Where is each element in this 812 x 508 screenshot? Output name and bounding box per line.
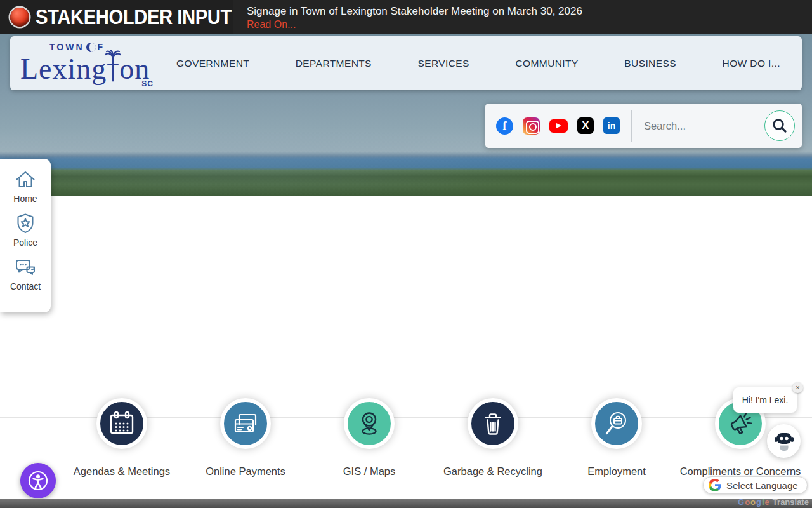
nav-item-community[interactable]: COMMUNITY	[511, 51, 582, 76]
feature-employment[interactable]: Employment	[550, 398, 683, 478]
feature-label: GIS / Maps	[343, 465, 396, 478]
bottom-strip	[0, 499, 812, 508]
google-letter: G	[738, 497, 744, 507]
google-letter: g	[756, 497, 761, 507]
nav-item-government[interactable]: GOVERNMENT	[173, 51, 253, 76]
feature-gis-maps[interactable]: GIS / Maps	[303, 398, 436, 478]
nav-item-how-do-i[interactable]: HOW DO I...	[719, 51, 784, 76]
social-links: f X in	[496, 117, 620, 135]
palmetto-tree-icon	[105, 50, 121, 83]
feature-label: Employment	[587, 465, 646, 478]
google-translate-watermark: G o o g l e Translate	[738, 497, 809, 507]
search-divider	[631, 110, 632, 142]
credit-cards-icon	[231, 409, 260, 438]
quicklink-home[interactable]: Home	[13, 167, 38, 204]
accessibility-icon	[27, 470, 49, 491]
alert-banner: STAKEHOLDER INPUT Signage in Town of Lex…	[0, 0, 812, 34]
job-search-icon	[601, 408, 632, 439]
translate-watermark-word: Translate	[773, 497, 809, 507]
alert-indicator-icon	[10, 8, 29, 27]
quicklinks-rail: Home Police Contact	[0, 159, 51, 312]
logo-state: SC	[141, 79, 154, 88]
feature-label: Online Payments	[206, 465, 285, 478]
search-button[interactable]	[764, 110, 795, 141]
google-letter: l	[762, 497, 764, 507]
search-social-bar: f X in	[485, 104, 802, 148]
select-language-button[interactable]: Select Language	[703, 476, 808, 494]
facebook-icon[interactable]: f	[496, 117, 513, 135]
nav-menu: GOVERNMENT DEPARTMENTS SERVICES COMMUNIT…	[173, 51, 784, 76]
feature-agendas-meetings[interactable]: Agendas & Meetings	[55, 398, 188, 478]
chat-bubbles-icon	[13, 255, 38, 280]
nav-item-departments[interactable]: DEPARTMENTS	[292, 51, 376, 76]
robot-icon	[773, 429, 796, 453]
chatbot-close-icon[interactable]: ×	[792, 382, 803, 393]
feature-label: Agendas & Meetings	[74, 465, 170, 478]
quicklink-contact[interactable]: Contact	[10, 255, 41, 291]
megaphone-icon	[725, 408, 756, 439]
alert-banner-title: STAKEHOLDER INPUT	[36, 4, 232, 29]
map-pin-icon	[354, 408, 384, 439]
trash-icon	[478, 408, 508, 439]
nav-item-business[interactable]: BUSINESS	[620, 51, 680, 76]
quicklink-police-label: Police	[13, 237, 37, 248]
youtube-icon[interactable]	[549, 119, 568, 133]
feature-online-payments[interactable]: Online Payments	[179, 398, 312, 478]
x-twitter-icon[interactable]: X	[577, 117, 594, 134]
shield-star-icon	[13, 211, 38, 236]
feature-circle	[96, 398, 147, 449]
feature-garbage-recycling[interactable]: Garbage & Recycling	[426, 398, 560, 478]
feature-label: Garbage & Recycling	[443, 465, 542, 478]
quicklink-home-label: Home	[13, 194, 37, 204]
google-logo-icon	[709, 479, 721, 491]
accessibility-button[interactable]	[20, 463, 56, 498]
nav-item-services[interactable]: SERVICES	[414, 51, 473, 76]
search-input[interactable]	[644, 120, 764, 132]
home-icon	[13, 167, 38, 192]
alert-message: Signage in Town of Lexington Stakeholder…	[247, 5, 812, 18]
read-on-link[interactable]: Read On...	[247, 18, 296, 31]
chatbot-avatar[interactable]	[767, 424, 801, 458]
logo-name-prefix: Lexing	[20, 52, 107, 86]
search-icon	[771, 117, 788, 134]
quicklink-contact-label: Contact	[10, 281, 41, 291]
google-letter: o	[750, 497, 756, 507]
feature-circle	[468, 398, 518, 449]
town-logo[interactable]: TOWN F Lexing on	[20, 40, 155, 87]
quicklink-police[interactable]: Police	[13, 211, 38, 248]
feature-circle	[591, 398, 642, 449]
logo-name: Lexing on	[20, 46, 150, 86]
calendar-icon	[107, 408, 137, 439]
feature-circle	[344, 398, 395, 449]
linkedin-icon[interactable]: in	[603, 117, 620, 134]
select-language-label: Select Language	[726, 480, 798, 491]
google-letter: o	[745, 497, 750, 507]
feature-circle	[220, 398, 271, 449]
alert-banner-message-block: Signage in Town of Lexington Stakeholder…	[233, 0, 812, 34]
google-letter: e	[765, 497, 769, 507]
chatbot-greeting-bubble: Hi! I'm Lexi.	[733, 387, 797, 413]
page: STAKEHOLDER INPUT Signage in Town of Lex…	[0, 0, 812, 508]
main-navbar: TOWN F Lexing on	[10, 36, 802, 90]
alert-banner-title-block: STAKEHOLDER INPUT	[0, 0, 233, 34]
instagram-icon[interactable]	[523, 117, 540, 135]
